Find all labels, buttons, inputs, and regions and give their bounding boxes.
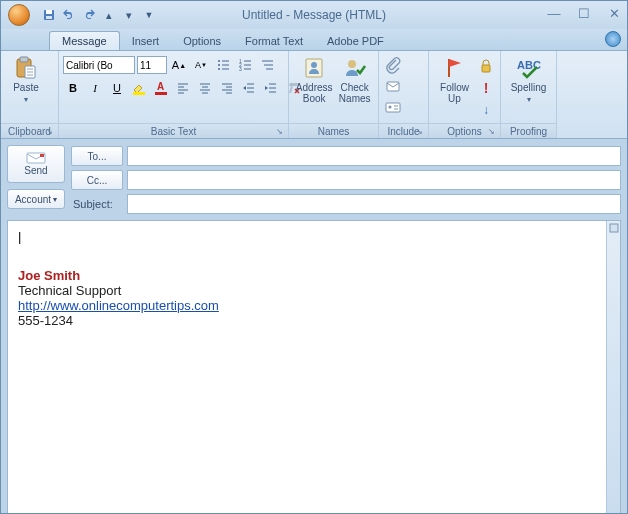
group-names-label: Names [289, 123, 378, 138]
qat-customize-icon[interactable]: ▼ [141, 7, 157, 23]
group-proofing-label: Proofing [501, 123, 556, 138]
align-right-icon[interactable] [217, 78, 237, 98]
options-launcher-icon[interactable]: ↘ [488, 127, 498, 137]
follow-up-label: Follow Up [440, 82, 469, 104]
group-basictext-label: Basic Text [59, 123, 288, 138]
cc-input[interactable] [127, 170, 621, 190]
font-family-select[interactable] [63, 56, 135, 74]
svg-point-50 [389, 106, 392, 109]
grow-font-icon[interactable]: A▲ [169, 55, 189, 75]
signature-phone: 555-1234 [18, 313, 610, 328]
body-side-strip [606, 221, 620, 514]
message-body[interactable]: Joe Smith Technical Support http://www.o… [7, 220, 621, 514]
tab-options[interactable]: Options [171, 32, 233, 50]
permission-icon[interactable] [476, 56, 496, 76]
tab-format-text[interactable]: Format Text [233, 32, 315, 50]
svg-point-47 [348, 60, 356, 68]
qat-nav-up-icon[interactable]: ▴ [101, 7, 117, 23]
align-left-icon[interactable] [173, 78, 193, 98]
spelling-icon: ABC [517, 56, 541, 80]
address-book-button[interactable]: Address Book [293, 53, 335, 104]
qat-redo-icon[interactable] [81, 7, 97, 23]
envelope-icon [26, 152, 46, 164]
text-cursor [18, 229, 610, 244]
svg-point-46 [311, 62, 317, 68]
address-book-icon [302, 56, 326, 80]
basictext-launcher-icon[interactable]: ↘ [276, 127, 286, 137]
to-button[interactable]: To... [71, 146, 123, 166]
signature-name: Joe Smith [18, 268, 610, 283]
minimize-button[interactable]: — [545, 5, 563, 21]
close-button[interactable]: ✕ [605, 5, 623, 21]
office-orb-icon [8, 4, 30, 26]
svg-point-13 [218, 68, 220, 70]
account-label: Account [15, 194, 51, 205]
address-book-label: Address Book [296, 82, 333, 104]
svg-text:A: A [157, 81, 164, 92]
account-button[interactable]: Account▾ [7, 189, 65, 209]
flag-icon [443, 56, 467, 80]
svg-rect-26 [155, 92, 167, 95]
highlight-icon[interactable] [129, 78, 149, 98]
tab-adobe-pdf[interactable]: Adobe PDF [315, 32, 396, 50]
include-launcher-icon[interactable]: ↘ [416, 127, 426, 137]
italic-button[interactable]: I [85, 78, 105, 98]
attach-file-icon[interactable] [383, 55, 403, 75]
svg-point-9 [218, 60, 220, 62]
svg-rect-1 [46, 10, 52, 14]
send-button[interactable]: Send [7, 145, 65, 183]
svg-text:ABC: ABC [517, 59, 541, 71]
tab-message[interactable]: Message [49, 31, 120, 50]
paste-button[interactable]: Paste ▾ [5, 53, 47, 104]
multilevel-list-icon[interactable] [257, 55, 277, 75]
follow-up-button[interactable]: Follow Up [433, 53, 476, 104]
subject-input[interactable] [127, 194, 621, 214]
svg-rect-2 [46, 16, 52, 19]
cc-button[interactable]: Cc... [71, 170, 123, 190]
font-size-select[interactable] [137, 56, 167, 74]
high-importance-icon[interactable]: ! [476, 78, 496, 98]
svg-rect-24 [133, 92, 145, 95]
spelling-button[interactable]: ABC Spelling ▾ [505, 53, 552, 104]
svg-rect-49 [386, 103, 400, 112]
bold-button[interactable]: B [63, 78, 83, 98]
to-input[interactable] [127, 146, 621, 166]
shrink-font-icon[interactable]: A▼ [191, 55, 211, 75]
help-icon[interactable] [605, 31, 621, 47]
increase-indent-icon[interactable] [261, 78, 281, 98]
clipboard-launcher-icon[interactable]: ↘ [46, 127, 56, 137]
svg-rect-53 [482, 65, 490, 72]
low-importance-icon[interactable]: ↓ [476, 100, 496, 120]
underline-button[interactable]: U [107, 78, 127, 98]
svg-text:3: 3 [239, 66, 242, 72]
decrease-indent-icon[interactable] [239, 78, 259, 98]
subject-label: Subject: [71, 198, 123, 210]
office-button[interactable] [1, 1, 37, 29]
send-label: Send [24, 165, 47, 176]
ruler-toggle-icon[interactable] [609, 223, 619, 233]
signature-link[interactable]: http://www.onlinecomputertips.com [18, 298, 219, 313]
tab-insert[interactable]: Insert [120, 32, 172, 50]
check-names-icon [343, 56, 367, 80]
bullets-icon[interactable] [213, 55, 233, 75]
check-names-button[interactable]: Check Names [335, 53, 374, 104]
svg-rect-57 [610, 224, 618, 232]
paste-icon [14, 56, 38, 80]
spelling-label: Spelling [511, 82, 547, 93]
maximize-button[interactable]: ☐ [575, 5, 593, 21]
paste-label: Paste [13, 82, 39, 93]
svg-rect-4 [20, 57, 28, 62]
qat-nav-down-icon[interactable]: ▾ [121, 7, 137, 23]
attach-item-icon[interactable] [383, 76, 403, 96]
font-color-icon[interactable]: A [151, 78, 171, 98]
qat-undo-icon[interactable] [61, 7, 77, 23]
qat-save-icon[interactable] [41, 7, 57, 23]
business-card-icon[interactable] [383, 97, 403, 117]
numbering-icon[interactable]: 123 [235, 55, 255, 75]
signature-role: Technical Support [18, 283, 610, 298]
check-names-label: Check Names [339, 82, 371, 104]
svg-point-11 [218, 64, 220, 66]
align-center-icon[interactable] [195, 78, 215, 98]
svg-rect-56 [40, 154, 44, 157]
